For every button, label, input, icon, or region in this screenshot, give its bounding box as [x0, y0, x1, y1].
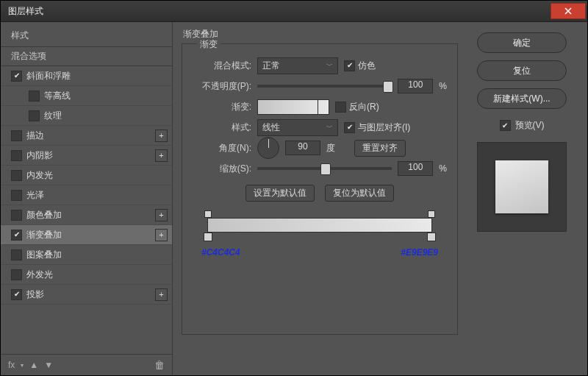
align-with-layer-label: 与图层对齐(I)	[358, 121, 410, 134]
dither-label: 仿色	[358, 60, 376, 72]
sidebar-item-label: 内发光	[26, 169, 53, 182]
preview-checkbox[interactable]	[500, 120, 511, 131]
window-title: 图层样式	[1, 5, 43, 18]
opacity-stop-right[interactable]	[428, 210, 435, 218]
move-up-icon[interactable]: ▲	[29, 360, 38, 370]
sidebar-item-11[interactable]: 投影+	[1, 285, 172, 305]
add-effect-icon[interactable]: +	[155, 209, 168, 221]
sidebar-item-checkbox[interactable]	[11, 170, 22, 181]
gradient-editor[interactable]: #C4C4C4 #E9E9E9	[207, 218, 432, 233]
angle-dial[interactable]	[257, 137, 279, 159]
chevron-down-icon: ﹀	[326, 61, 333, 71]
angle-unit: 度	[326, 142, 335, 155]
close-button[interactable]	[551, 3, 586, 19]
main-panel: 渐变叠加 渐变 混合模式: 正常 ﹀ 仿色	[173, 22, 467, 375]
sidebar-item-3[interactable]: 描边+	[1, 126, 172, 146]
sidebar-footer: fx ▾ ▲ ▼ 🗑	[1, 354, 172, 375]
panel-title: 渐变叠加	[183, 28, 458, 40]
opacity-input[interactable]: 100	[398, 79, 433, 93]
ok-button[interactable]: 确定	[477, 32, 567, 53]
sidebar-item-6[interactable]: 光泽	[1, 185, 172, 205]
trash-icon[interactable]: 🗑	[154, 359, 165, 371]
titlebar: 图层样式	[1, 1, 587, 22]
gradient-fieldset: 渐变 混合模式: 正常 ﹀ 仿色 不透明度(P	[182, 43, 458, 335]
fx-menu[interactable]: fx	[8, 360, 15, 370]
sidebar-item-checkbox[interactable]	[11, 230, 22, 241]
blend-mode-select[interactable]: 正常 ﹀	[257, 57, 338, 74]
gradient-picker[interactable]: ﹀	[257, 99, 329, 115]
fx-menu-caret-icon: ▾	[21, 362, 24, 369]
opacity-stop-left[interactable]	[204, 210, 212, 218]
scale-label: 缩放(S):	[193, 163, 251, 175]
sidebar-item-8[interactable]: 渐变叠加+	[1, 225, 172, 245]
scale-unit: %	[439, 163, 447, 174]
right-column: 确定 复位 新建样式(W)... 预览(V)	[467, 22, 587, 375]
sidebar-item-10[interactable]: 外发光	[1, 265, 172, 285]
sidebar-item-9[interactable]: 图案叠加	[1, 245, 172, 265]
blend-mode-value: 正常	[262, 60, 280, 72]
sidebar-item-checkbox[interactable]	[11, 71, 22, 82]
sidebar-item-checkbox[interactable]	[11, 210, 22, 221]
align-with-layer-checkbox[interactable]	[344, 122, 355, 133]
sidebar-blend-options[interactable]: 混合选项	[1, 46, 172, 66]
sidebar-item-label: 描边	[26, 130, 44, 142]
hex-left-label: #C4C4C4	[201, 247, 240, 258]
sidebar-item-4[interactable]: 内阴影+	[1, 146, 172, 166]
blend-mode-label: 混合模式:	[193, 60, 251, 72]
sidebar-item-label: 斜面和浮雕	[26, 70, 71, 82]
sidebar-item-0[interactable]: 斜面和浮雕	[1, 66, 172, 86]
preview-thumbnail	[477, 142, 567, 232]
gradient-bar[interactable]	[207, 218, 432, 233]
opacity-label: 不透明度(P):	[193, 80, 251, 93]
sidebar-item-label: 渐变叠加	[26, 229, 62, 241]
reverse-checkbox[interactable]	[335, 102, 346, 113]
sidebar-item-1[interactable]: 等高线	[1, 86, 172, 106]
close-icon	[564, 7, 572, 15]
chevron-down-icon: ﹀	[326, 123, 333, 132]
sidebar: 样式 混合选项 斜面和浮雕等高线纹理描边+内阴影+内发光光泽颜色叠加+渐变叠加+…	[1, 22, 173, 375]
scale-slider[interactable]	[257, 167, 392, 170]
reset-align-button[interactable]: 重置对齐	[354, 140, 406, 157]
sidebar-item-label: 等高线	[44, 90, 71, 102]
dither-checkbox[interactable]	[344, 60, 355, 71]
move-down-icon[interactable]: ▼	[44, 360, 53, 370]
set-default-button[interactable]: 设置为默认值	[245, 185, 315, 202]
add-effect-icon[interactable]: +	[155, 229, 168, 241]
sidebar-item-label: 颜色叠加	[26, 209, 62, 221]
sidebar-item-checkbox[interactable]	[11, 249, 22, 260]
fieldset-legend: 渐变	[197, 38, 220, 51]
add-effect-icon[interactable]: +	[155, 130, 168, 142]
preview-label: 预览(V)	[515, 119, 545, 132]
sidebar-item-label: 投影	[26, 288, 44, 301]
sidebar-item-7[interactable]: 颜色叠加+	[1, 205, 172, 225]
sidebar-item-checkbox[interactable]	[11, 190, 22, 201]
sidebar-item-label: 外发光	[26, 269, 53, 281]
opacity-slider[interactable]	[257, 85, 392, 88]
scale-input[interactable]: 100	[398, 161, 433, 176]
style-select[interactable]: 线性 ﹀	[257, 119, 338, 136]
style-label: 样式:	[193, 121, 251, 134]
angle-input[interactable]: 90	[285, 141, 320, 155]
sidebar-item-checkbox[interactable]	[29, 110, 40, 121]
sidebar-item-5[interactable]: 内发光	[1, 166, 172, 185]
color-stop-right[interactable]	[427, 233, 436, 241]
new-style-button[interactable]: 新建样式(W)...	[477, 88, 567, 109]
reverse-label: 反向(R)	[349, 101, 379, 113]
sidebar-item-checkbox[interactable]	[29, 91, 40, 102]
reset-default-button[interactable]: 复位为默认值	[325, 185, 394, 202]
sidebar-item-2[interactable]: 纹理	[1, 106, 172, 126]
add-effect-icon[interactable]: +	[155, 288, 168, 301]
hex-right-label: #E9E9E9	[401, 247, 438, 258]
sidebar-list: 斜面和浮雕等高线纹理描边+内阴影+内发光光泽颜色叠加+渐变叠加+图案叠加外发光投…	[1, 66, 172, 354]
angle-label: 角度(N):	[193, 142, 251, 155]
sidebar-item-label: 纹理	[44, 110, 62, 122]
opacity-unit: %	[439, 81, 447, 91]
sidebar-item-checkbox[interactable]	[11, 130, 22, 141]
cancel-button[interactable]: 复位	[477, 60, 567, 81]
sidebar-item-label: 光泽	[26, 189, 44, 202]
sidebar-item-checkbox[interactable]	[11, 150, 22, 161]
sidebar-item-checkbox[interactable]	[11, 289, 22, 300]
add-effect-icon[interactable]: +	[155, 149, 168, 162]
sidebar-item-checkbox[interactable]	[11, 269, 22, 280]
color-stop-left[interactable]	[204, 233, 212, 241]
